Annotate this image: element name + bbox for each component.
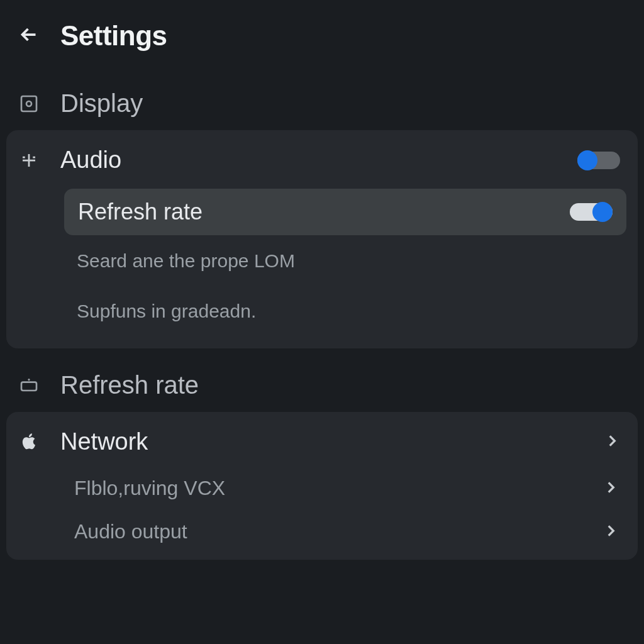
svg-rect-0 bbox=[21, 96, 36, 111]
back-arrow-icon[interactable] bbox=[18, 23, 40, 48]
chevron-right-icon bbox=[602, 523, 619, 541]
section-header-refresh: Refresh rate bbox=[0, 348, 644, 412]
row-label-audio: Audio bbox=[60, 147, 557, 174]
section-title-display: Display bbox=[60, 89, 143, 118]
display-icon bbox=[18, 92, 40, 115]
plus-icon bbox=[18, 149, 40, 172]
row-audio-output[interactable]: Audio output bbox=[6, 510, 638, 553]
header: Settings bbox=[0, 0, 644, 67]
section-title-refresh: Refresh rate bbox=[60, 371, 199, 399]
row-label-network: Network bbox=[60, 428, 584, 455]
row-network[interactable]: Network bbox=[6, 417, 638, 467]
apple-icon bbox=[18, 431, 40, 453]
section-header-display: Display bbox=[0, 67, 644, 130]
svg-point-1 bbox=[26, 101, 31, 106]
svg-point-3 bbox=[28, 379, 30, 380]
row-audio[interactable]: Audio bbox=[6, 135, 638, 185]
row-flblo[interactable]: Flblo,ruving VCX bbox=[6, 467, 638, 510]
subtext-1: Seard ane the prope LOM bbox=[6, 239, 638, 277]
subtext-2: Supfuns in gradeadn. bbox=[6, 277, 638, 330]
toggle-refresh-rate[interactable] bbox=[570, 201, 613, 223]
toggle-audio[interactable] bbox=[577, 149, 620, 172]
chevron-right-icon bbox=[604, 433, 620, 452]
rectangle-icon bbox=[18, 374, 40, 397]
subrow-label-flblo: Flblo,ruving VCX bbox=[74, 477, 602, 500]
display-card: Audio Refresh rate Seard ane the prope L… bbox=[6, 130, 638, 348]
subrow-label-audio-output: Audio output bbox=[74, 520, 602, 543]
row-label-refresh: Refresh rate bbox=[78, 199, 570, 225]
row-refresh-rate[interactable]: Refresh rate bbox=[64, 189, 626, 235]
page-title: Settings bbox=[60, 20, 167, 52]
refresh-card: Network Flblo,ruving VCX Audio output bbox=[6, 412, 638, 560]
svg-rect-2 bbox=[21, 382, 36, 390]
chevron-right-icon bbox=[602, 479, 619, 498]
